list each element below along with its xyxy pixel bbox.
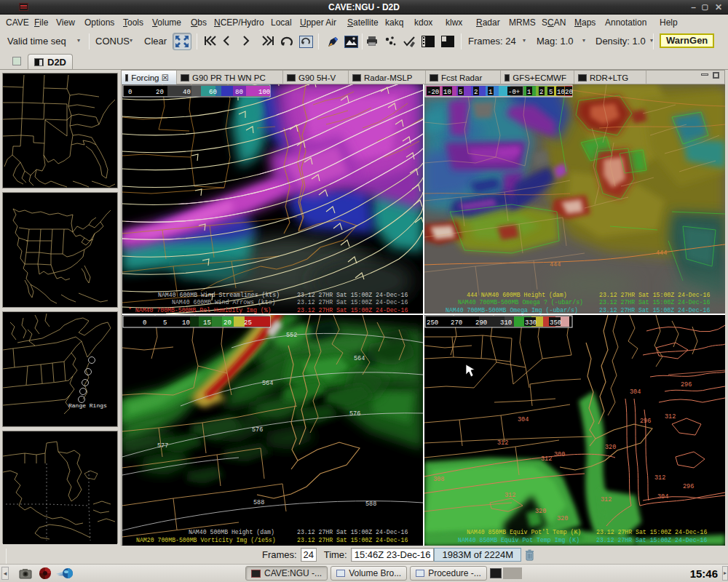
svg-text:23.12 27HR Sat 15:00Z 24-Dec-: 23.12 27HR Sat 15:00Z 24-Dec-16 <box>297 537 408 543</box>
svg-text:296: 296 <box>640 418 651 425</box>
svg-text:312: 312 <box>505 492 515 499</box>
svg-text:290: 290 <box>475 319 487 327</box>
svg-text:564: 564 <box>262 380 273 387</box>
svg-text:312: 312 <box>497 439 508 447</box>
svg-text:23.12 27HR Sat 15:00Z 24-Dec-: 23.12 27HR Sat 15:00Z 24-Dec-16 <box>596 529 707 535</box>
svg-text:308: 308 <box>433 476 444 483</box>
svg-text:-20: -20 <box>427 89 439 96</box>
svg-text:1: 1 <box>527 89 531 96</box>
svg-text:23.12 27HR Sat 15:00Z 24-Dec-: 23.12 27HR Sat 15:00Z 24-Dec-16 <box>297 299 408 306</box>
svg-text:588: 588 <box>253 499 264 506</box>
svg-text:-0+: -0+ <box>508 89 520 96</box>
svg-text:312: 312 <box>601 496 612 503</box>
svg-text:5: 5 <box>459 89 462 96</box>
svg-text:2: 2 <box>539 89 543 96</box>
svg-text:23.12 27HR Sat 15:00Z 24-Dec-: 23.12 27HR Sat 15:00Z 24-Dec-16 <box>599 292 710 298</box>
svg-text:312: 312 <box>654 474 665 482</box>
svg-text:23.12 27HR Sat 15:00Z 24-Dec-: 23.12 27HR Sat 15:00Z 24-Dec-16 <box>297 307 408 314</box>
svg-text:577: 577 <box>157 442 168 450</box>
svg-text:296: 296 <box>683 483 694 490</box>
svg-text:* NAM40 700MB-500MB Rel Humidi: * NAM40 700MB-500MB Rel Humidity Img (%) <box>128 307 272 314</box>
svg-text:444: 444 <box>550 261 561 268</box>
svg-text:23.12 27HR Sat 15:00Z 24-Dec-: 23.12 27HR Sat 15:00Z 24-Dec-16 <box>297 529 408 535</box>
svg-text:NAM40 850MB Equiv Pot Temp Img: NAM40 850MB Equiv Pot Temp Img (K) <box>458 537 579 543</box>
svg-text:300: 300 <box>554 451 565 458</box>
svg-text:312: 312 <box>541 455 552 463</box>
svg-text:588: 588 <box>365 501 376 508</box>
svg-text:20: 20 <box>223 319 232 327</box>
svg-text:270: 270 <box>451 319 462 327</box>
svg-text:15: 15 <box>203 319 211 327</box>
svg-text:NAM20 700MB-500MB Vorticity Im: NAM20 700MB-500MB Vorticity Img (/1e5s) <box>136 537 276 543</box>
svg-text:5: 5 <box>549 89 553 96</box>
svg-text:312: 312 <box>665 413 676 420</box>
svg-text:80: 80 <box>235 89 243 96</box>
svg-text:1: 1 <box>488 89 492 96</box>
svg-text:40: 40 <box>183 89 191 96</box>
svg-text:576: 576 <box>349 410 360 418</box>
svg-text:320: 320 <box>535 508 546 515</box>
svg-text:Range Rings: Range Rings <box>68 402 107 409</box>
svg-text:NAM40 600MB Wind Streamlines (: NAM40 600MB Wind Streamlines (kts) <box>158 292 280 298</box>
svg-text:444: 444 <box>656 250 667 257</box>
svg-text:304: 304 <box>518 416 529 423</box>
svg-text:250: 250 <box>427 319 438 327</box>
svg-text:NAM40 850MB Equiv Pot'l Temp: NAM40 850MB Equiv Pot'l Temp (K) <box>467 529 581 535</box>
svg-text:NAM40 600MB Wind Arrows (kts): NAM40 600MB Wind Arrows (kts) <box>172 299 276 306</box>
svg-text:304: 304 <box>657 493 668 501</box>
svg-text:20: 20 <box>156 89 164 96</box>
svg-text:100: 100 <box>258 89 270 96</box>
svg-text:5: 5 <box>163 319 167 327</box>
svg-text:23.12 27HR Sat 15:00Z 24-Dec-: 23.12 27HR Sat 15:00Z 24-Dec-16 <box>596 537 707 543</box>
svg-text:NAM40 700MB-500MB Omega Img (-: NAM40 700MB-500MB Omega Img (-ubar/s) <box>446 307 578 314</box>
svg-text:350: 350 <box>550 319 561 327</box>
svg-text:320: 320 <box>557 515 568 522</box>
svg-text:0: 0 <box>143 319 146 327</box>
svg-text:296: 296 <box>681 381 692 388</box>
svg-text:564: 564 <box>354 355 365 362</box>
svg-text:10: 10 <box>557 89 565 96</box>
svg-text:552: 552 <box>286 332 297 339</box>
svg-text:10: 10 <box>443 89 451 96</box>
svg-text:60: 60 <box>209 89 217 96</box>
svg-text:330: 330 <box>525 319 537 327</box>
svg-text:NAM40 700MB-500MB Omega ? (-ub: NAM40 700MB-500MB Omega ? (-ubar/s) <box>458 299 583 306</box>
svg-text:10: 10 <box>182 319 190 327</box>
svg-text:23.12 27HR Sat 15:00Z 24-Dec-: 23.12 27HR Sat 15:00Z 24-Dec-16 <box>599 307 710 314</box>
svg-text:23.12 27HR Sat 15:00Z 24-Dec-: 23.12 27HR Sat 15:00Z 24-Dec-16 <box>297 292 408 298</box>
svg-text:304: 304 <box>630 388 641 396</box>
svg-text:576: 576 <box>252 426 263 434</box>
svg-text:444 NAM40 600MB Height (dam: 444 NAM40 600MB Height (dam) <box>467 292 567 298</box>
svg-text:0: 0 <box>128 89 132 96</box>
svg-text:2: 2 <box>474 89 478 96</box>
svg-text:20: 20 <box>565 89 573 96</box>
svg-text:NAM40 500MB Height (dam): NAM40 500MB Height (dam) <box>189 529 274 535</box>
svg-text:23.12 27HR Sat 15:00Z 24-Dec-: 23.12 27HR Sat 15:00Z 24-Dec-16 <box>599 299 710 306</box>
svg-text:25: 25 <box>244 319 252 327</box>
svg-text:310: 310 <box>500 319 512 327</box>
svg-text:320: 320 <box>605 444 616 451</box>
